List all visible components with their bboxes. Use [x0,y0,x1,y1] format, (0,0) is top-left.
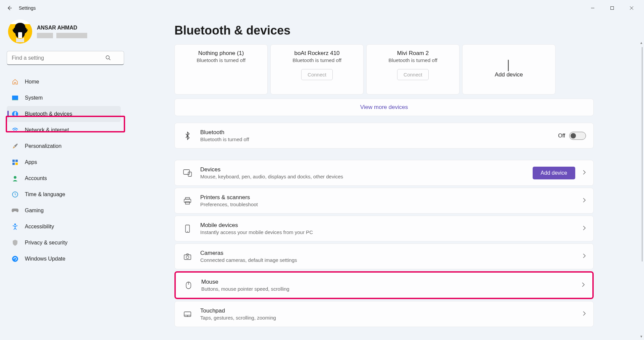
nav-list: Home System Bluetooth & devices Network … [7,74,121,267]
svg-rect-9 [12,163,15,165]
nav-system[interactable]: System [7,90,121,106]
nav-accessibility[interactable]: Accessibility [7,219,121,235]
row-title: Mobile devices [200,222,313,229]
back-arrow-icon [7,5,12,11]
row-cameras[interactable]: Cameras Connected cameras, default image… [174,243,594,269]
system-icon [11,94,19,102]
nav-accounts[interactable]: Accounts [7,170,121,186]
nav-label: Accessibility [25,224,54,230]
maximize-icon [610,6,614,10]
row-subtitle: Bluetooth is turned off [200,136,249,142]
svg-point-13 [14,224,16,225]
svg-rect-7 [12,160,15,162]
svg-point-2 [106,56,109,59]
device-card-2[interactable]: Mivi Roam 2 Bluetooth is turned off Conn… [366,44,460,95]
connect-button[interactable]: Connect [397,69,429,80]
row-subtitle: Instantly access your mobile devices fro… [200,229,313,235]
nav-privacy[interactable]: Privacy & security [7,235,121,251]
printer-icon [182,197,193,205]
search-icon [105,55,111,62]
touchpad-icon [182,311,193,317]
device-card-0[interactable]: Nothing phone (1) Bluetooth is turned of… [174,44,268,95]
profile-block[interactable]: ANSAR AHMAD [7,19,121,44]
row-title: Mouse [201,279,289,285]
svg-rect-22 [184,255,191,260]
shield-icon [11,239,19,246]
row-subtitle: Taps, gestures, scrolling, zooming [200,315,276,321]
scroll-down-arrow[interactable]: ▼ [640,335,643,338]
nav-personalization[interactable]: Personalization [7,138,121,154]
nav-label: Bluetooth & devices [25,111,72,117]
svg-rect-18 [184,199,191,203]
minimize-icon [591,6,595,10]
device-name: boAt Rockerz 410 [294,50,339,57]
svg-point-23 [186,256,189,259]
row-title: Printers & scanners [200,194,258,201]
bluetooth-toggle-row[interactable]: Bluetooth Bluetooth is turned off Off [174,123,594,149]
bluetooth-icon [11,110,19,118]
row-touchpad[interactable]: Touchpad Taps, gestures, scrolling, zoom… [174,301,594,327]
svg-rect-3 [12,96,18,100]
nav-home[interactable]: Home [7,74,121,90]
nav-apps[interactable]: Apps [7,154,121,170]
nav-time-language[interactable]: Time & language [7,186,121,203]
minimize-button[interactable] [583,1,602,15]
svg-point-6 [15,131,16,132]
nav-label: Network & internet [25,127,69,133]
page-heading: Bluetooth & devices [174,23,631,38]
sidebar: ANSAR AHMAD Home System Bluetooth & devi… [0,16,127,340]
paintbrush-icon [11,143,19,150]
nav-bluetooth-devices[interactable]: Bluetooth & devices [7,106,121,122]
close-button[interactable] [622,1,641,15]
close-icon [630,6,634,10]
view-more-devices[interactable]: View more devices [174,99,594,116]
bluetooth-row-icon [182,131,193,140]
chevron-right-icon [583,197,586,204]
svg-point-11 [14,176,16,179]
accessibility-icon [11,223,19,230]
device-status: Bluetooth is turned off [292,57,341,63]
svg-rect-0 [611,7,614,10]
nav-windows-update[interactable]: Windows Update [7,251,121,267]
home-icon [11,78,19,86]
chevron-right-icon [583,253,586,260]
svg-rect-17 [185,197,190,199]
device-name: Mivi Roam 2 [397,50,429,57]
scroll-up-arrow[interactable]: ▲ [640,41,643,44]
add-device-card[interactable]: │ Add device [462,44,555,95]
connect-button[interactable]: Connect [301,69,333,80]
row-devices[interactable]: Devices Mouse, keyboard, pen, audio, dis… [174,160,594,186]
svg-point-21 [187,231,188,232]
device-status: Bluetooth is turned off [388,57,437,63]
device-name: Nothing phone (1) [198,50,244,57]
update-icon [11,255,19,263]
row-printers[interactable]: Printers & scanners Preferences, trouble… [174,188,594,214]
nav-network[interactable]: Network & internet [7,122,121,138]
row-mouse[interactable]: Mouse Buttons, mouse pointer speed, scro… [174,271,594,299]
bluetooth-toggle[interactable] [569,132,586,140]
add-device-button[interactable]: Add device [533,167,575,179]
add-device-label: Add device [495,71,523,78]
row-subtitle: Buttons, mouse pointer speed, scrolling [201,286,289,292]
svg-rect-10 [15,163,18,165]
nav-label: Home [25,79,39,85]
titlebar: Settings [0,0,644,16]
nav-label: Time & language [25,191,65,197]
nav-gaming[interactable]: Gaming [7,203,121,219]
apps-icon [11,159,19,166]
device-card-1[interactable]: boAt Rockerz 410 Bluetooth is turned off… [270,44,364,95]
row-subtitle: Mouse, keyboard, pen, audio, displays an… [200,174,343,179]
devices-icon [182,169,193,177]
clock-globe-icon [11,191,19,198]
svg-rect-19 [185,202,190,204]
nav-label: Privacy & security [25,240,67,246]
svg-rect-4 [12,100,18,100]
row-title: Touchpad [200,307,276,314]
chevron-right-icon [582,282,585,289]
row-mobile-devices[interactable]: Mobile devices Instantly access your mob… [174,216,594,241]
profile-name: ANSAR AHMAD [37,25,87,31]
phone-icon [182,225,193,233]
scrollbar-thumb[interactable] [642,47,643,262]
back-button[interactable] [3,1,16,15]
maximize-button[interactable] [602,1,622,15]
